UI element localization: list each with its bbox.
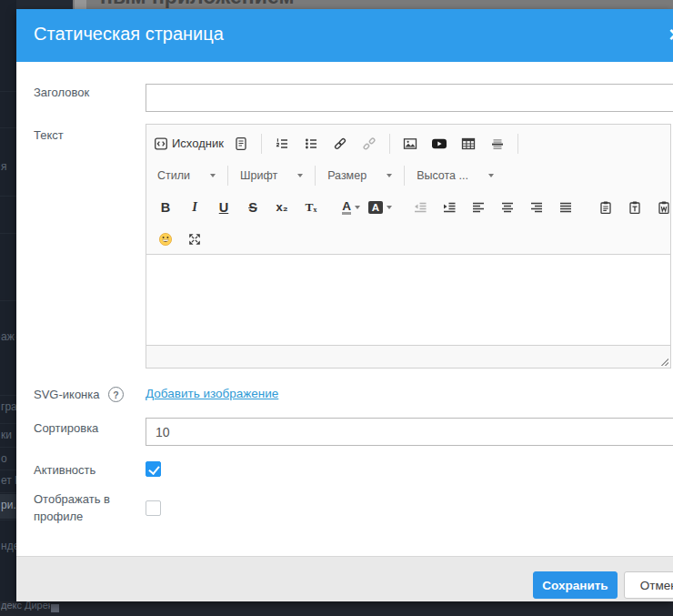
size-dropdown-label: Размер bbox=[327, 169, 367, 182]
horizontal-rule-button[interactable] bbox=[484, 132, 511, 156]
text-field-label: Текст bbox=[34, 128, 64, 142]
emoji-button[interactable] bbox=[152, 227, 179, 251]
bulleted-list-button[interactable] bbox=[297, 132, 325, 156]
source-icon bbox=[154, 136, 168, 151]
bg-color-button[interactable]: A bbox=[367, 196, 394, 219]
bulleted-list-icon bbox=[304, 136, 318, 151]
sort-field-label: Сортировка bbox=[34, 421, 98, 435]
paste-button[interactable] bbox=[592, 196, 619, 219]
align-center-button[interactable] bbox=[494, 196, 521, 219]
profile-checkbox[interactable] bbox=[146, 500, 161, 516]
sidebar-item-fragment[interactable]: ки bbox=[1, 429, 12, 441]
styles-dropdown-label: Стили bbox=[157, 169, 190, 182]
help-icon[interactable]: ? bbox=[108, 387, 124, 402]
active-checkbox[interactable] bbox=[146, 461, 161, 477]
source-button[interactable]: Исходник bbox=[152, 132, 226, 156]
sidebar-item-fragment[interactable]: о bbox=[1, 452, 7, 465]
unlink-icon bbox=[362, 136, 377, 151]
align-justify-button[interactable] bbox=[552, 196, 579, 219]
unlink-button[interactable] bbox=[356, 132, 383, 156]
modal-footer: Сохранить Отмена bbox=[16, 556, 673, 601]
sidebar-item-fragment[interactable]: ет Р bbox=[1, 474, 16, 487]
modal-header: Статическая страница × bbox=[16, 9, 673, 62]
numbered-list-icon bbox=[275, 136, 289, 151]
sidebar-bottom-tab bbox=[51, 604, 59, 612]
underline-icon: U bbox=[219, 200, 228, 215]
bg-color-icon: A bbox=[368, 201, 383, 214]
svg-icon-field-label: SVG-иконка bbox=[34, 388, 100, 401]
save-button[interactable]: Сохранить bbox=[533, 571, 618, 599]
paste-from-word-button[interactable] bbox=[650, 196, 673, 219]
source-button-label: Исходник bbox=[172, 136, 224, 150]
align-center-icon bbox=[500, 200, 515, 215]
size-dropdown[interactable]: Размер bbox=[322, 165, 397, 187]
sidebar-item-fragment[interactable]: аж bbox=[1, 330, 15, 343]
close-icon[interactable]: × bbox=[669, 23, 673, 47]
sort-input[interactable] bbox=[146, 418, 673, 446]
sidebar-item-fragment-active[interactable]: ри. bbox=[1, 499, 16, 511]
indent-icon bbox=[442, 200, 457, 215]
chevron-down-icon bbox=[355, 206, 360, 209]
resize-grip[interactable] bbox=[661, 358, 668, 366]
subscript-button[interactable]: x₂ bbox=[268, 196, 296, 219]
paste-from-word-icon bbox=[657, 200, 671, 215]
table-button[interactable] bbox=[455, 132, 482, 156]
chevron-down-icon bbox=[387, 206, 392, 209]
rich-text-editor: Исходник bbox=[146, 124, 671, 369]
page-behind-top: ным приложением" bbox=[16, 0, 673, 9]
emoji-icon bbox=[158, 232, 173, 247]
numbered-list-button[interactable] bbox=[268, 132, 296, 156]
app-sidebar: я аж гра ки о ет Р ри. нде bbox=[0, 0, 16, 616]
chevron-down-icon bbox=[297, 174, 303, 177]
chevron-down-icon bbox=[210, 174, 216, 177]
underline-button[interactable]: U bbox=[210, 196, 237, 219]
image-icon bbox=[403, 136, 417, 151]
strikethrough-button[interactable]: S bbox=[239, 196, 266, 219]
cancel-button[interactable]: Отмена bbox=[624, 571, 673, 599]
bold-button[interactable]: B bbox=[152, 196, 179, 219]
outdent-icon bbox=[413, 200, 427, 215]
editor-content-area[interactable] bbox=[146, 256, 670, 344]
italic-button[interactable]: I bbox=[181, 196, 208, 219]
table-icon bbox=[461, 136, 476, 151]
line-height-dropdown[interactable]: Высота ... bbox=[411, 165, 499, 187]
subscript-icon: x₂ bbox=[276, 200, 287, 214]
modal-title: Статическая страница bbox=[34, 24, 224, 45]
image-button[interactable] bbox=[397, 132, 424, 156]
sidebar-item-fragment[interactable]: нде bbox=[1, 540, 16, 552]
link-button[interactable] bbox=[326, 132, 354, 156]
paste-plain-text-button[interactable] bbox=[621, 196, 648, 219]
title-input[interactable] bbox=[146, 84, 673, 112]
indent-button[interactable] bbox=[436, 196, 463, 219]
text-color-button[interactable]: A bbox=[337, 196, 365, 219]
sidebar-item-fragment-bottom[interactable]: декс Дирек bbox=[1, 601, 50, 611]
line-height-dropdown-label: Высота ... bbox=[417, 169, 468, 182]
add-image-link[interactable]: Добавить изображение bbox=[146, 387, 278, 400]
page-behind-bottom: декс Дирек bbox=[0, 601, 673, 616]
media-button[interactable] bbox=[426, 132, 453, 156]
templates-button[interactable] bbox=[227, 132, 255, 156]
scrollbar-fragment bbox=[75, 0, 86, 9]
page-heading-fragment: ным приложением" bbox=[100, 0, 304, 9]
align-left-icon bbox=[471, 200, 486, 215]
font-dropdown-label: Шрифт bbox=[240, 169, 277, 182]
maximize-icon bbox=[187, 232, 202, 247]
font-dropdown[interactable]: Шрифт bbox=[235, 165, 308, 187]
align-left-button[interactable] bbox=[465, 196, 492, 219]
maximize-button[interactable] bbox=[181, 227, 208, 251]
sidebar-item-fragment[interactable]: я bbox=[1, 160, 7, 173]
align-right-button[interactable] bbox=[523, 196, 550, 219]
sidebar-item-fragment[interactable]: гра bbox=[1, 400, 16, 413]
title-field-label: Заголовок bbox=[34, 86, 89, 99]
outdent-button[interactable] bbox=[407, 196, 434, 219]
chevron-down-icon bbox=[488, 174, 494, 177]
remove-format-icon: Tₓ bbox=[306, 200, 317, 215]
active-field-label: Активность bbox=[34, 463, 95, 477]
styles-dropdown[interactable]: Стили bbox=[152, 165, 221, 187]
italic-icon: I bbox=[192, 199, 197, 215]
strikethrough-icon: S bbox=[248, 200, 257, 215]
bold-icon: B bbox=[161, 200, 170, 215]
page-behind-sidebar-block bbox=[16, 0, 73, 9]
media-icon bbox=[431, 136, 447, 151]
remove-format-button[interactable]: Tₓ bbox=[297, 196, 325, 219]
